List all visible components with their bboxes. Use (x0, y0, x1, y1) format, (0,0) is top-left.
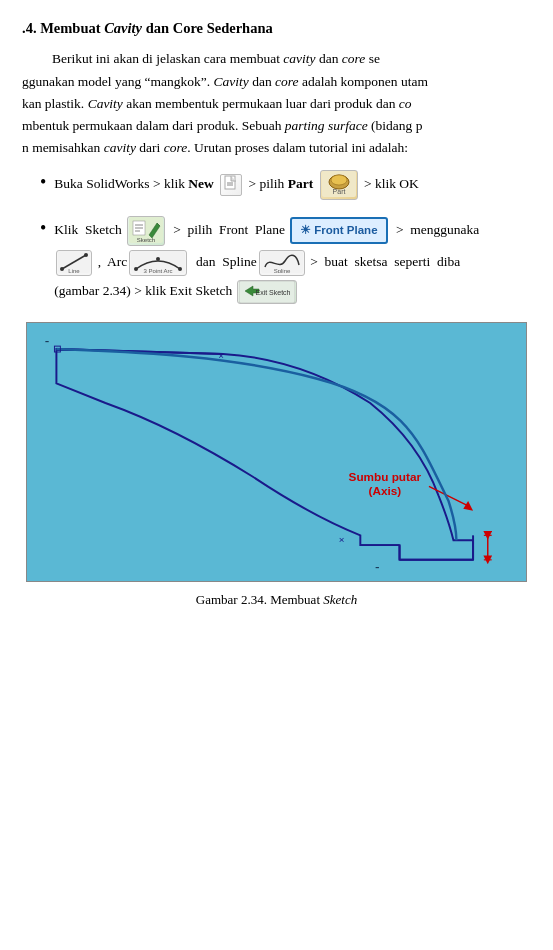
svg-text:Exit Sketch: Exit Sketch (256, 289, 291, 296)
section-title-middle: dan (142, 20, 173, 36)
paragraph1-cont2: kan plastik. Cavity akan membentuk permu… (22, 93, 531, 115)
figure-caption: Gambar 2.34. Membuat Sketch (22, 592, 531, 608)
svg-point-20 (134, 267, 138, 271)
new-icon (220, 174, 242, 196)
svg-text:Part: Part (332, 188, 345, 195)
section-title-italic1: Cavity (104, 20, 142, 36)
svg-point-5 (331, 175, 347, 185)
line-icon: Line (56, 250, 92, 276)
figure-caption-prefix: Gambar 2.34. Membuat (196, 592, 323, 607)
section-title-bold2: Core (173, 20, 203, 36)
svg-point-16 (60, 267, 64, 271)
section-title-prefix: .4. Membuat (22, 20, 104, 36)
paragraph1-cont3: mbentuk permukaan dalam dari produk. Seb… (22, 115, 531, 137)
bullet-content-1: Buka SolidWorks > klik New > pilih Part (54, 170, 531, 200)
svg-text:3 Point Arc: 3 Point Arc (144, 268, 173, 273)
bullet2-gambar: (gambar 2.34) > klik Exit Sketch (54, 280, 232, 302)
page-content: .4. Membuat Cavity dan Core Sederhana Be… (0, 0, 553, 626)
spline-icon: Spline (259, 250, 305, 276)
bullet-dot-1: • (40, 168, 46, 198)
svg-point-22 (156, 257, 160, 261)
bullet-item-1: • Buka SolidWorks > klik New > pilih Par… (40, 170, 531, 200)
svg-text:Sketch: Sketch (137, 237, 155, 243)
paragraph1: Berikut ini akan di jelaskan cara membua… (22, 48, 531, 70)
svg-text:-: - (375, 559, 380, 574)
bullet-list: • Buka SolidWorks > klik New > pilih Par… (40, 170, 531, 304)
svg-text:Spline: Spline (274, 268, 291, 273)
section-title-end: Sederhana (203, 20, 273, 36)
paragraph1-cont4: n memisahkan cavity dari core. Urutan pr… (22, 137, 531, 159)
svg-text:(Axis): (Axis) (369, 484, 402, 497)
figure-container: - (26, 322, 527, 582)
svg-text:Line: Line (69, 268, 81, 273)
section-title: .4. Membuat Cavity dan Core Sederhana (22, 18, 531, 38)
bullet2-dan: dan Spline (189, 250, 257, 274)
paragraph1-cont: ggunakan model yang “mangkok”. Cavity da… (22, 71, 531, 93)
sketch-icon: Sketch (127, 216, 165, 246)
exit-sketch-icon: Exit Sketch (237, 280, 297, 304)
arc-icon: 3 Point Arc (129, 250, 187, 276)
part-icon: Part (320, 170, 358, 200)
bullet-item-2: • Klik Sketch Sketc (40, 216, 531, 304)
bullet2-row2: Line , Arc 3 Point Arc (54, 250, 531, 276)
bullet2-buat: > buat sketsa seperti diba (307, 250, 460, 274)
bullet2-klik: Klik Sketch (54, 219, 122, 241)
figure-svg: - (27, 323, 526, 581)
svg-text:×: × (339, 534, 345, 545)
bullet-dot-2: • (40, 214, 46, 244)
svg-text:Sumbu putar: Sumbu putar (349, 470, 422, 483)
bullet2-menggunaka: > menggunaka (393, 219, 480, 241)
svg-point-17 (84, 253, 88, 257)
bullet2-comma: , Arc (94, 250, 127, 274)
bullet-content-2: Klik Sketch Sketch (54, 216, 531, 304)
figure-caption-italic: Sketch (323, 592, 357, 607)
bullet2-pilih: > pilih Front Plane (170, 219, 285, 241)
svg-point-21 (178, 267, 182, 271)
bullet2-row3: (gambar 2.34) > klik Exit Sketch Exit Sk… (54, 280, 531, 304)
front-plane-icon: ☀ Front Plane (290, 217, 387, 244)
para1-text1: Berikut ini akan di jelaskan cara membua… (52, 51, 380, 66)
svg-text:-: - (45, 334, 50, 349)
